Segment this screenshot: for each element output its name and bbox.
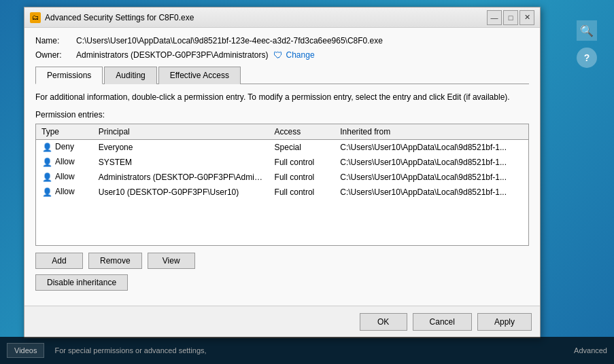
col-access: Access xyxy=(269,124,335,140)
add-button[interactable]: Add xyxy=(35,253,83,269)
tab-permissions[interactable]: Permissions xyxy=(35,67,103,84)
taskbar: Videos For special permissions or advanc… xyxy=(0,337,614,364)
window-controls: — □ ✕ xyxy=(487,10,534,25)
tabs-container: Permissions Auditing Effective Access xyxy=(35,66,529,84)
cell-principal: Everyone xyxy=(93,140,269,156)
cell-inherited: C:\Users\User10\AppData\Local\9d8521bf-1… xyxy=(335,170,528,185)
cancel-button[interactable]: Cancel xyxy=(413,313,472,331)
cell-type: 👤Allow xyxy=(36,185,93,200)
cell-principal: SYSTEM xyxy=(93,155,269,170)
button-row-1: Add Remove View xyxy=(35,253,529,269)
user-icon: 👤 xyxy=(41,187,52,198)
window-body: Name: C:\Users\User10\AppData\Local\9d85… xyxy=(24,28,540,306)
advanced-security-window: 🗂 Advanced Security Settings for C8F0.ex… xyxy=(24,7,541,338)
cell-access: Full control xyxy=(269,170,335,185)
change-link[interactable]: 🛡 Change xyxy=(273,50,315,60)
cell-access: Special xyxy=(269,140,335,156)
button-row-2: Disable inheritance xyxy=(35,274,529,291)
change-label: Change xyxy=(286,50,315,60)
owner-row: Owner: Administrators (DESKTOP-G0PF3PF\A… xyxy=(35,50,529,60)
permission-table-container[interactable]: Type Principal Access Inherited from 👤De… xyxy=(35,124,529,246)
maximize-button[interactable]: □ xyxy=(503,10,518,25)
description-text: For additional information, double-click… xyxy=(35,91,529,103)
name-value: C:\Users\User10\AppData\Local\9d8521bf-1… xyxy=(76,36,383,46)
owner-value: Administrators (DESKTOP-G0PF3PF\Administ… xyxy=(76,50,269,60)
bottom-bar: OK Cancel Apply xyxy=(24,306,540,338)
user-icon: 👤 xyxy=(41,157,52,168)
cell-inherited: C:\Users\User10\AppData\Local\9d8521bf-1… xyxy=(335,140,528,156)
tab-auditing[interactable]: Auditing xyxy=(104,67,156,84)
col-principal: Principal xyxy=(93,124,269,140)
table-row[interactable]: 👤AllowSYSTEMFull controlC:\Users\User10\… xyxy=(36,155,528,170)
remove-button[interactable]: Remove xyxy=(88,253,142,269)
permission-entries-label: Permission entries: xyxy=(35,110,529,120)
cell-access: Full control xyxy=(269,185,335,200)
name-row: Name: C:\Users\User10\AppData\Local\9d85… xyxy=(35,36,529,46)
minimize-button[interactable]: — xyxy=(487,10,502,25)
apply-button[interactable]: Apply xyxy=(477,313,532,331)
cell-principal: Administrators (DESKTOP-G0PF3PF\Admini..… xyxy=(93,170,269,185)
cell-type: 👤Allow xyxy=(36,170,93,185)
sidebar-right: 🔍 ? xyxy=(560,0,614,364)
cell-type: 👤Deny xyxy=(36,140,93,156)
taskbar-advanced: Advanced xyxy=(574,346,607,354)
user-icon: 👤 xyxy=(41,172,52,183)
window-icon: 🗂 xyxy=(30,12,41,23)
taskbar-item-videos[interactable]: Videos xyxy=(7,343,44,358)
col-type: Type xyxy=(36,124,93,140)
table-header-row: Type Principal Access Inherited from xyxy=(36,124,528,140)
ok-button[interactable]: OK xyxy=(360,313,407,331)
shield-icon: 🛡 xyxy=(273,50,284,60)
permission-table: Type Principal Access Inherited from 👤De… xyxy=(36,124,528,200)
close-button[interactable]: ✕ xyxy=(519,10,534,25)
search-icon[interactable]: 🔍 xyxy=(577,20,597,41)
help-icon[interactable]: ? xyxy=(577,48,597,68)
cell-inherited: C:\Users\User10\AppData\Local\9d8521bf-1… xyxy=(335,155,528,170)
view-button[interactable]: View xyxy=(148,253,195,269)
title-bar: 🗂 Advanced Security Settings for C8F0.ex… xyxy=(24,7,540,28)
name-label: Name: xyxy=(35,36,76,46)
tab-effective-access[interactable]: Effective Access xyxy=(158,67,241,84)
col-inherited: Inherited from xyxy=(335,124,528,140)
cell-principal: User10 (DESKTOP-G0PF3PF\User10) xyxy=(93,185,269,200)
cell-inherited: C:\Users\User10\AppData\Local\9d8521bf-1… xyxy=(335,185,528,200)
cell-type: 👤Allow xyxy=(36,155,93,170)
table-row[interactable]: 👤AllowUser10 (DESKTOP-G0PF3PF\User10)Ful… xyxy=(36,185,528,200)
cell-access: Full control xyxy=(269,155,335,170)
taskbar-text: For special permissions or advanced sett… xyxy=(54,346,206,354)
disable-inheritance-button[interactable]: Disable inheritance xyxy=(35,274,128,291)
user-icon: 👤 xyxy=(41,142,52,153)
table-row[interactable]: 👤AllowAdministrators (DESKTOP-G0PF3PF\Ad… xyxy=(36,170,528,185)
window-title: Advanced Security Settings for C8F0.exe xyxy=(45,13,487,22)
table-row[interactable]: 👤DenyEveryoneSpecialC:\Users\User10\AppD… xyxy=(36,140,528,156)
tab-content: For additional information, double-click… xyxy=(35,84,529,297)
owner-label: Owner: xyxy=(35,50,76,60)
